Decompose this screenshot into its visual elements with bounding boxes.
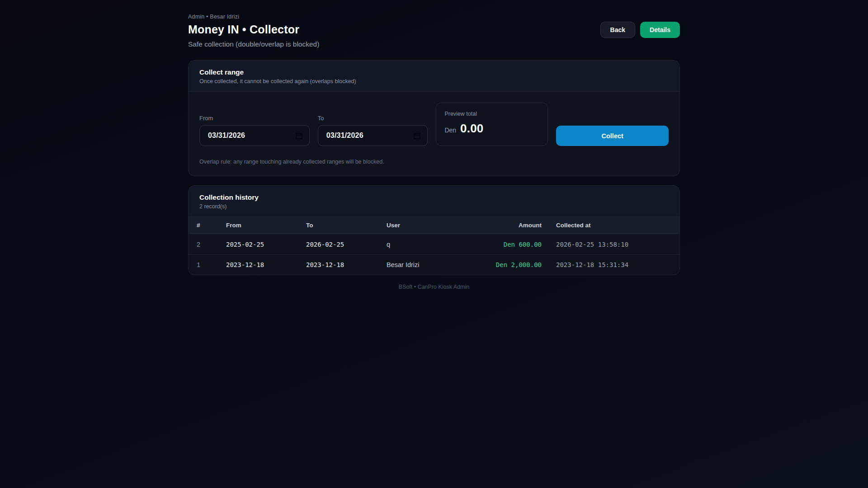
collection-history-title: Collection history [199,193,669,202]
page-subtitle: Safe collection (double/overlap is block… [188,40,319,48]
collection-history-header: Collection history 2 record(s) [189,186,679,217]
calendar-icon[interactable] [413,132,421,140]
to-date-value: 03/31/2026 [326,131,363,140]
footer-text: BSoft • CanPro Kiosk Admin [188,284,680,290]
col-header-user: User [387,222,486,229]
cell-to: 2026-02-25 [306,241,387,248]
main-container: Admin • Besar Idrizi Money IN • Collecto… [188,0,680,290]
cell-user: q [387,241,486,248]
to-label: To [318,115,428,122]
cell-num: 2 [197,241,226,248]
history-table: # From To User Amount Collected at 2 202… [189,217,679,275]
from-date-value: 03/31/2026 [208,131,245,140]
currency-label: Den [444,127,456,134]
from-field-group: From 03/31/2026 [199,115,310,146]
col-header-collected-at: Collected at [542,222,679,229]
collect-range-card: Collect range Once collected, it cannot … [188,60,680,176]
from-date-input[interactable]: 03/31/2026 [199,125,310,146]
from-label: From [199,115,310,122]
table-row: 2 2025-02-25 2026-02-25 q Den 600.00 202… [189,234,679,254]
cell-user: Besar Idrizi [387,261,486,268]
page-header-left: Admin • Besar Idrizi Money IN • Collecto… [188,14,319,48]
history-table-header: # From To User Amount Collected at [189,217,679,234]
to-date-input[interactable]: 03/31/2026 [318,125,428,146]
cell-from: 2025-02-25 [226,241,306,248]
preview-total-amount: 0.00 [460,122,483,136]
cell-amount: Den 600.00 [486,241,542,248]
header-actions: Back Details [600,22,680,38]
collect-form-row: From 03/31/2026 To 03/31/202 [199,103,669,146]
collection-history-card: Collection history 2 record(s) # From To… [188,185,680,275]
overlap-rule-note: Overlap rule: any range touching already… [199,159,669,165]
page-title: Money IN • Collector [188,23,319,36]
cell-amount: Den 2,000.00 [486,261,542,268]
col-header-to: To [306,222,387,229]
back-button[interactable]: Back [600,22,635,38]
collect-range-body: From 03/31/2026 To 03/31/202 [189,92,679,176]
breadcrumb: Admin • Besar Idrizi [188,14,319,20]
cell-to: 2023-12-18 [306,261,387,268]
cell-num: 1 [197,261,226,268]
collect-range-title: Collect range [199,68,669,76]
details-button[interactable]: Details [640,22,680,38]
col-header-from: From [226,222,306,229]
cell-collected-at: 2026-02-25 13:58:10 [542,241,679,248]
collect-range-subtitle: Once collected, it cannot be collected a… [199,78,669,84]
preview-total-label: Preview total [444,111,539,117]
col-header-amount: Amount [486,222,542,229]
collect-button[interactable]: Collect [556,126,669,146]
collection-history-count: 2 record(s) [199,203,669,210]
preview-total-box: Preview total Den 0.00 [436,103,548,146]
calendar-icon[interactable] [295,132,303,140]
table-row: 1 2023-12-18 2023-12-18 Besar Idrizi Den… [189,254,679,275]
to-field-group: To 03/31/2026 [318,115,428,146]
cell-from: 2023-12-18 [226,261,306,268]
page-header: Admin • Besar Idrizi Money IN • Collecto… [188,14,680,48]
col-header-num: # [197,222,226,229]
cell-collected-at: 2023-12-18 15:31:34 [542,261,679,268]
collect-range-card-header: Collect range Once collected, it cannot … [189,61,679,92]
preview-total-value-line: Den 0.00 [444,122,539,136]
